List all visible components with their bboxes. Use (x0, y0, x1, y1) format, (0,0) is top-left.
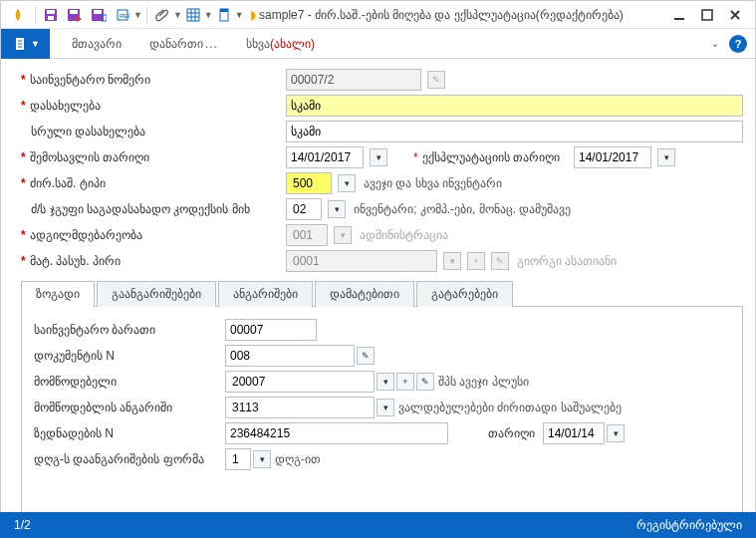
doc-name-text: sample7 (259, 8, 304, 22)
tax-group-combo[interactable] (286, 198, 322, 220)
exploit-date-field[interactable] (574, 146, 651, 168)
invoice-n-field[interactable] (225, 422, 448, 444)
tab-postings[interactable]: გატარებები (416, 281, 513, 307)
label-name: *დასახელება (21, 99, 286, 113)
invoice-date-picker-icon[interactable]: ▾ (607, 424, 625, 442)
vat-form-dropdown-icon[interactable]: ▾ (253, 450, 271, 468)
svg-rect-20 (12, 38, 16, 50)
label-exploit-date: ექსპლუატაციის თარიღი (422, 150, 560, 164)
window-title: ◗ sample7 - ძირ.საშ.-ების მიღება და ექსპ… (250, 8, 665, 22)
document-icon[interactable] (213, 4, 235, 26)
tax-group-desc: ინვენტარი; კომპ.-ები, მონაც. დამუშავე (354, 202, 571, 216)
tab-body-general: საინვენტარო ბარათი დოკუმენტის N ✎ მომწოდ… (21, 307, 743, 513)
supplier-account-dropdown-icon[interactable]: ▾ (377, 399, 394, 416)
supplier-dropdown-icon[interactable]: ▾ (377, 373, 394, 391)
title-suffix-text: - ძირ.საშ.-ების მიღება და ექსპლუატაცია(რ… (304, 8, 623, 22)
label-vat-form: დღგ-ს დაანგარიშების ფორმა (34, 452, 225, 466)
income-date-picker-icon[interactable]: ▾ (370, 148, 387, 166)
asset-type-combo[interactable] (286, 172, 332, 194)
save-close-icon[interactable] (64, 4, 86, 26)
help-button[interactable]: ? (729, 35, 747, 53)
name-field[interactable] (286, 95, 743, 117)
minimize-button[interactable] (665, 4, 693, 26)
label-full-name: სრული დასახელება (21, 125, 286, 138)
tab-strip: ზოგადი გაანგარიშებები ანგარიშები დამატებ… (21, 280, 743, 307)
tax-group-dropdown-icon[interactable]: ▾ (328, 200, 346, 218)
location-dropdown-icon: ▾ (334, 226, 352, 244)
supplier-account-combo[interactable] (225, 397, 375, 418)
tab-general[interactable]: ზოგადი (21, 281, 95, 307)
doc-n-edit-icon[interactable]: ✎ (357, 347, 375, 365)
label-inventory-card: საინვენტარო ბარათი (34, 323, 225, 337)
app-icon (7, 4, 29, 26)
tab-accounts[interactable]: ანგარიშები (218, 281, 313, 307)
svg-rect-18 (702, 10, 712, 20)
supplier-account-desc: ვალდებულებები ძირითადი საშუალებე (398, 401, 622, 414)
label-inventory-number: *საინვენტარო ნომერი (21, 73, 286, 87)
exploit-date-picker-icon[interactable]: ▾ (657, 148, 675, 166)
label-tax-group: ძ/ს ჯგუფი საგადასახადო კოდექსის მიხ (21, 202, 286, 216)
form-area: *საინვენტარო ნომერი ✎ *დასახელება სრული … (1, 59, 755, 278)
label-doc-n: დოკუმენტის N (34, 349, 225, 363)
svg-rect-17 (674, 18, 684, 20)
menu-main[interactable]: მთავარი (58, 37, 135, 51)
responsible-desc: გიორგი ასათიანი (517, 254, 617, 268)
responsible-add-icon: + (467, 252, 485, 270)
svg-text:REF: REF (120, 13, 129, 19)
menu-appendix[interactable]: დანართი... (135, 37, 232, 51)
views-menu-button[interactable]: ▼ (1, 29, 50, 59)
label-supplier-account: მომწოდებლის ანგარიში (34, 401, 225, 414)
location-desc: ადმინისტრაცია (360, 228, 448, 242)
reference-dropdown-icon[interactable]: ▼ (133, 10, 142, 20)
tab-additional[interactable]: დამატებითი (315, 281, 414, 307)
location-combo (286, 224, 328, 246)
menubar: ▼ მთავარი დანართი... სხვა(ახალი) ⌄ ? (1, 29, 755, 59)
grid-icon[interactable] (182, 4, 204, 26)
full-name-field[interactable] (286, 121, 743, 142)
label-asset-type: *ძირ.საშ. ტიპი (21, 176, 286, 190)
label-invoice-date: თარიღი (488, 426, 535, 440)
doc-n-field[interactable] (225, 345, 355, 367)
document-dropdown-icon[interactable]: ▼ (235, 10, 244, 20)
close-button[interactable] (721, 4, 749, 26)
responsible-combo (286, 250, 437, 272)
asset-type-dropdown-icon[interactable]: ▾ (338, 174, 356, 192)
supplier-edit-icon[interactable]: ✎ (416, 373, 434, 391)
svg-rect-16 (220, 9, 228, 12)
supplier-combo[interactable] (225, 371, 375, 393)
label-responsible: *მატ. პასუხ. პირი (21, 254, 286, 268)
svg-rect-4 (70, 10, 78, 14)
invoice-date-field[interactable] (543, 422, 605, 444)
record-status: რეგისტრირებული (636, 518, 742, 532)
titlebar: REF ▼ ▼ ▼ ▼ ◗ sample7 - ძირ.საშ.-ების მი… (1, 1, 755, 29)
svg-rect-6 (94, 10, 102, 14)
responsible-edit-icon: ✎ (491, 252, 509, 270)
supplier-desc: შპს ავეჯი პლუსი (438, 375, 529, 389)
menu-other[interactable]: სხვა(ახალი) (232, 37, 329, 51)
asset-type-desc: ავეჯი და სხვა ინვენტარი (364, 176, 502, 190)
label-location: *ადგილმდებარეობა (21, 228, 286, 242)
income-date-field[interactable] (286, 146, 364, 168)
page-indicator: 1/2 (14, 518, 31, 532)
inventory-card-field[interactable] (225, 319, 317, 341)
reference-icon[interactable]: REF (112, 4, 133, 26)
status-bar: 1/2 რეგისტრირებული (0, 512, 756, 538)
tab-calculations[interactable]: გაანგარიშებები (97, 281, 216, 307)
label-income-date: *შემოსავლის თარიღი (21, 150, 286, 164)
label-supplier: მომწოდებელი (34, 375, 225, 389)
attachment-icon[interactable] (151, 4, 173, 26)
grid-dropdown-icon[interactable]: ▼ (204, 10, 213, 20)
responsible-dropdown-icon: ▾ (443, 252, 461, 270)
maximize-button[interactable] (693, 4, 721, 26)
attachment-dropdown-icon[interactable]: ▼ (173, 10, 182, 20)
supplier-add-icon[interactable]: + (396, 373, 414, 391)
save-new-icon[interactable] (88, 4, 110, 26)
vat-form-combo[interactable] (225, 448, 251, 470)
label-invoice-n: ზედნადების N (34, 426, 225, 440)
menubar-overflow-icon[interactable]: ⌄ (707, 38, 723, 49)
svg-rect-2 (48, 16, 54, 20)
save-icon[interactable] (40, 4, 62, 26)
inventory-number-field (286, 69, 421, 91)
svg-rect-1 (47, 10, 55, 14)
inventory-number-edit-icon: ✎ (427, 71, 445, 89)
